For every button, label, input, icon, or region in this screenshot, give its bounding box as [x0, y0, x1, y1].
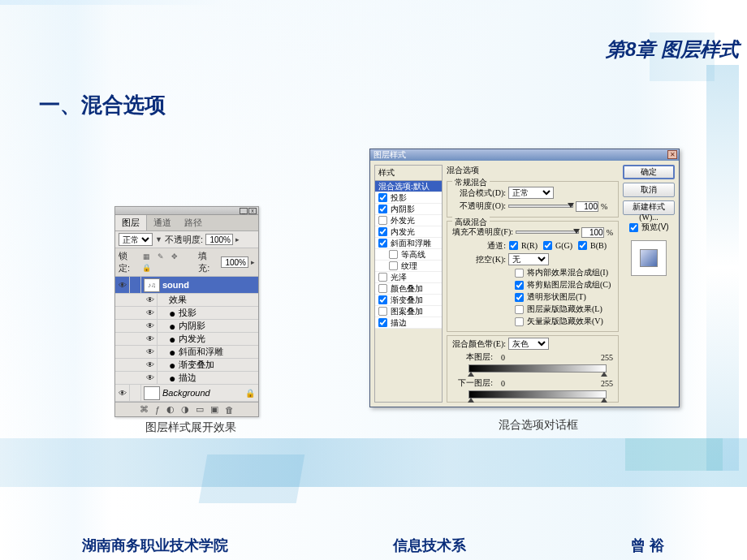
- tab-paths[interactable]: 路径: [178, 215, 209, 230]
- lock-transparency-icon[interactable]: ▦: [141, 251, 153, 262]
- lock-paint-icon[interactable]: ✎: [155, 251, 166, 262]
- adv-check-row: 透明形状图层(T): [514, 291, 613, 303]
- visibility-icon[interactable]: 👁: [143, 320, 158, 332]
- visibility-icon[interactable]: 👁: [143, 359, 158, 371]
- style-item[interactable]: 内发光: [375, 226, 442, 238]
- style-checkbox[interactable]: [378, 193, 387, 202]
- fill-input[interactable]: [221, 256, 248, 268]
- knockout-select[interactable]: 无: [508, 253, 549, 265]
- chevron-right-icon[interactable]: ▸: [251, 258, 255, 266]
- close-icon[interactable]: x: [248, 208, 257, 214]
- adv-check-label: 将内部效果混合成组(I): [527, 267, 608, 278]
- style-item[interactable]: 颜色叠加: [375, 283, 442, 295]
- style-item[interactable]: 描边: [375, 317, 442, 329]
- adjustment-icon[interactable]: ◑: [181, 404, 189, 415]
- style-checkbox[interactable]: [389, 250, 398, 259]
- blendif-select[interactable]: 灰色: [508, 338, 549, 350]
- fill-opacity-slider[interactable]: [516, 230, 579, 234]
- channels-label: 通道:: [452, 240, 506, 252]
- fill-opacity-input[interactable]: [581, 227, 604, 238]
- style-item[interactable]: 内阴影: [375, 204, 442, 215]
- trash-icon[interactable]: 🗑: [225, 405, 234, 415]
- style-checkbox[interactable]: [378, 205, 387, 213]
- style-checkbox[interactable]: [378, 284, 387, 293]
- style-checkbox[interactable]: [389, 261, 398, 270]
- style-checkbox[interactable]: [378, 227, 387, 236]
- ok-button[interactable]: 确定: [623, 165, 675, 179]
- channel-r-checkbox[interactable]: [509, 241, 518, 250]
- effect-item[interactable]: 👁●斜面和浮雕: [115, 346, 258, 359]
- mask-icon[interactable]: ◐: [166, 404, 175, 415]
- style-item[interactable]: 外发光: [375, 215, 442, 226]
- effects-header[interactable]: 👁 效果: [115, 294, 258, 307]
- visibility-icon[interactable]: 👁: [115, 277, 130, 293]
- style-item[interactable]: 等高线: [375, 249, 442, 261]
- folder-icon[interactable]: ▭: [196, 404, 204, 415]
- preview-checkbox[interactable]: [629, 222, 638, 231]
- channel-r-label: R(R): [521, 241, 538, 250]
- lock-all-icon[interactable]: 🔒: [141, 262, 153, 274]
- this-layer-gradient[interactable]: [468, 364, 607, 373]
- opacity-input[interactable]: [205, 234, 233, 245]
- style-item[interactable]: 渐变叠加: [375, 295, 442, 306]
- this-layer-hi: 255: [601, 353, 613, 362]
- channel-g-checkbox[interactable]: [543, 241, 552, 250]
- new-layer-icon[interactable]: ▣: [210, 404, 218, 415]
- chevron-right-icon[interactable]: ▸: [235, 235, 240, 243]
- style-checkbox[interactable]: [378, 307, 387, 316]
- blend-mode-select[interactable]: 正常: [119, 233, 153, 246]
- blend-mode-select[interactable]: 正常: [508, 187, 554, 199]
- layer-sound[interactable]: 👁 ♪♫ sound: [115, 277, 258, 294]
- tab-channels[interactable]: 通道: [147, 215, 178, 230]
- adv-checkbox[interactable]: [515, 280, 524, 289]
- adv-checkbox[interactable]: [515, 268, 524, 277]
- preview-thumbnail: [631, 240, 667, 276]
- minimize-icon[interactable]: _: [240, 208, 248, 214]
- link-cell[interactable]: [130, 385, 141, 401]
- visibility-icon[interactable]: 👁: [143, 307, 158, 319]
- effects-label: 效果: [169, 294, 187, 306]
- effect-item[interactable]: 👁●渐变叠加: [115, 359, 258, 372]
- visibility-icon[interactable]: 👁: [143, 333, 158, 345]
- under-layer-gradient[interactable]: [468, 390, 607, 398]
- preview-label: 预览(V): [641, 222, 668, 233]
- group-legend: 高级混合: [452, 217, 490, 228]
- layers-list: 👁 ♪♫ sound 👁 效果 👁●投影 👁●内阴影 👁●内发光 👁●斜面和浮雕…: [115, 277, 258, 402]
- adv-checkbox[interactable]: [515, 304, 524, 313]
- opacity-input[interactable]: [576, 201, 598, 212]
- adv-checkbox[interactable]: [515, 292, 524, 301]
- fx-icon[interactable]: ƒ: [155, 405, 160, 415]
- link-cell[interactable]: [130, 277, 141, 293]
- adv-checkbox[interactable]: [515, 317, 524, 325]
- effect-item[interactable]: 👁●内发光: [115, 333, 258, 346]
- style-checkbox[interactable]: [378, 273, 387, 282]
- channel-b-checkbox[interactable]: [578, 241, 587, 250]
- visibility-icon[interactable]: 👁: [115, 385, 130, 401]
- link-icon[interactable]: ⌘: [140, 404, 149, 415]
- style-item[interactable]: 混合选项:默认: [375, 181, 442, 192]
- effect-item[interactable]: 👁●描边: [115, 372, 258, 385]
- effect-label: 描边: [179, 372, 196, 384]
- new-style-button[interactable]: 新建样式(W)...: [623, 200, 675, 215]
- layer-background[interactable]: 👁 Background 🔒: [115, 385, 258, 402]
- close-icon[interactable]: ✕: [667, 150, 677, 159]
- channel-b-label: B(B): [590, 241, 607, 250]
- effect-item[interactable]: 👁●投影: [115, 307, 258, 320]
- style-item[interactable]: 光泽: [375, 272, 442, 283]
- style-checkbox[interactable]: [378, 318, 387, 327]
- visibility-icon[interactable]: 👁: [143, 346, 158, 358]
- style-item[interactable]: 投影: [375, 192, 442, 204]
- visibility-icon[interactable]: 👁: [143, 294, 158, 306]
- cancel-button[interactable]: 取消: [623, 183, 675, 197]
- style-checkbox[interactable]: [378, 295, 387, 304]
- style-item[interactable]: 纹理: [375, 261, 442, 272]
- style-checkbox[interactable]: [378, 239, 387, 248]
- opacity-slider[interactable]: [508, 205, 573, 208]
- tab-layers[interactable]: 图层: [115, 215, 147, 230]
- style-checkbox[interactable]: [378, 216, 387, 225]
- effect-item[interactable]: 👁●内阴影: [115, 320, 258, 333]
- style-item[interactable]: 图案叠加: [375, 306, 442, 317]
- style-item[interactable]: 斜面和浮雕: [375, 238, 442, 249]
- lock-position-icon[interactable]: ✥: [169, 251, 180, 262]
- visibility-icon[interactable]: 👁: [143, 372, 158, 384]
